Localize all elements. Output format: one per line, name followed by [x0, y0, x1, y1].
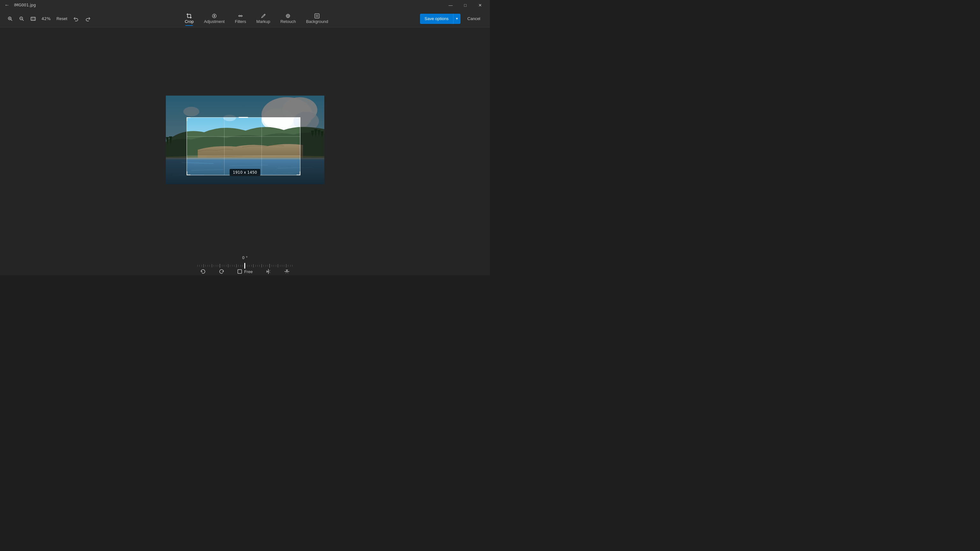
photo-container: 1910 x 1450 — [166, 95, 325, 184]
tab-crop[interactable]: Crop — [180, 12, 198, 25]
svg-rect-10 — [188, 14, 191, 17]
svg-point-23 — [287, 15, 289, 17]
flip-vertical-button[interactable] — [281, 267, 293, 275]
tab-adjustment[interactable]: Adjustment — [199, 12, 229, 25]
rotate-ccw-button[interactable] — [197, 267, 209, 275]
save-options-group: Save options ▾ — [420, 14, 460, 24]
save-options-dropdown[interactable]: ▾ — [453, 14, 460, 24]
svg-point-17 — [241, 15, 242, 17]
svg-point-16 — [239, 15, 240, 17]
toolbar: 42% Reset Crop Adjustment Filters — [0, 10, 490, 27]
tab-background[interactable]: Background — [302, 12, 332, 25]
reset-button[interactable]: Reset — [54, 15, 70, 22]
rotation-angle: 0 ° — [242, 256, 247, 260]
svg-line-1 — [11, 19, 12, 21]
redo-button[interactable] — [83, 14, 93, 24]
svg-point-35 — [183, 107, 199, 116]
svg-line-5 — [22, 19, 24, 21]
cancel-button[interactable]: Cancel — [463, 14, 485, 24]
toolbar-right: Save options ▾ Cancel — [420, 14, 485, 24]
main-content: 1910 x 1450 0 ° — [0, 27, 490, 275]
zoom-percent: 42% — [40, 16, 52, 21]
rotate-cw-button[interactable] — [216, 267, 228, 275]
aspect-ratio-button[interactable] — [28, 14, 38, 24]
save-options-button[interactable]: Save options — [420, 14, 453, 24]
svg-rect-37 — [166, 158, 325, 184]
window-title: IMG001.jpg — [14, 3, 36, 7]
undo-button[interactable] — [71, 14, 81, 24]
free-button[interactable]: Free — [234, 268, 256, 275]
back-button[interactable]: ← — [3, 1, 11, 10]
tab-markup[interactable]: Markup — [252, 12, 275, 25]
svg-line-21 — [264, 15, 265, 15]
tab-retouch[interactable]: Retouch — [276, 12, 300, 25]
zoom-in-button[interactable] — [5, 14, 15, 24]
canvas-area: 1910 x 1450 — [0, 27, 490, 252]
toolbar-left: 42% Reset — [5, 14, 93, 24]
flip-horizontal-button[interactable] — [262, 267, 274, 275]
landscape-photo — [166, 95, 325, 184]
zoom-out-button[interactable] — [17, 14, 27, 24]
title-bar-left: ← IMG001.jpg — [3, 1, 36, 10]
svg-rect-7 — [31, 17, 35, 21]
tab-filters[interactable]: Filters — [230, 12, 250, 25]
svg-point-36 — [223, 115, 236, 121]
title-bar: ← IMG001.jpg — □ ✕ — [0, 0, 490, 10]
svg-rect-29 — [316, 15, 318, 17]
bottom-controls: 0 ° — [0, 252, 490, 275]
title-bar-controls: — □ ✕ — [443, 0, 487, 10]
toolbar-center: Crop Adjustment Filters Markup Retouch — [93, 12, 420, 25]
minimize-button[interactable]: — — [443, 0, 458, 10]
bottom-tools-center: Free — [197, 267, 293, 275]
svg-rect-44 — [238, 270, 242, 273]
close-button[interactable]: ✕ — [473, 0, 487, 10]
maximize-button[interactable]: □ — [458, 0, 473, 10]
